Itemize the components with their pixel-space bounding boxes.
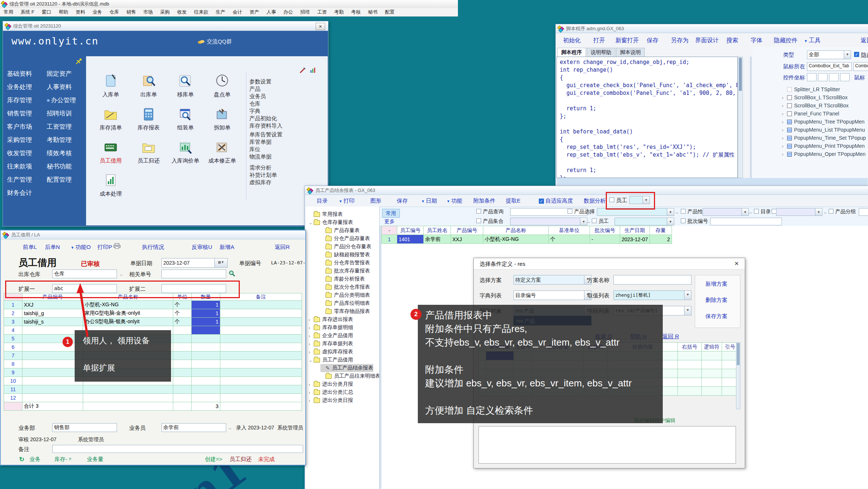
table-row[interactable]: 1XXJ小型机-XG-NG个1 (4, 301, 302, 309)
cell[interactable] (173, 351, 192, 360)
portal-link-单库告警设置[interactable]: 单库告警设置 (249, 131, 282, 138)
report-tree-item-进出分类日报[interactable]: ›进出分类日报 (309, 396, 353, 404)
cell[interactable] (220, 343, 302, 351)
dialog-titlebar[interactable]: 选择条件定义 - res ✕ (474, 258, 745, 270)
report-toolbar-数据分析[interactable]: 数据分析 (584, 197, 606, 204)
新增方案-button[interactable]: 新增方案 (705, 281, 728, 288)
report-tree-item-分仓产品存量表[interactable]: 分仓产品存量表 (320, 235, 370, 243)
chevron-down-icon[interactable]: ▼ (667, 218, 674, 225)
grid-column-8[interactable]: 存量 (650, 226, 672, 235)
cell[interactable] (220, 394, 302, 402)
hide-checkbox[interactable]: ✓ (854, 52, 859, 57)
menu-item-8[interactable]: 市场 (140, 9, 157, 15)
report-tree-item-产品分类明细表[interactable]: 产品分类明细表 (320, 291, 370, 299)
menu-item-18[interactable]: 工资 (314, 9, 331, 15)
related-field[interactable] (161, 270, 226, 278)
panel-divider[interactable] (750, 57, 752, 178)
grid-cell[interactable]: 余学前 (424, 235, 451, 244)
expand-icon[interactable]: › (782, 143, 787, 149)
report-tree-item-虚拟库存报表[interactable]: ›虚拟库存报表 (309, 348, 353, 356)
menu-item-22[interactable]: 配置 (381, 9, 398, 15)
cell[interactable] (173, 335, 192, 343)
目录-field[interactable]: ▼ (776, 208, 822, 216)
report-tree-item-产品|分仓存量表[interactable]: 产品|分仓存量表 (320, 243, 371, 251)
control-tree-item-8[interactable]: ›PopupMenu_Oper TPopupMen (782, 150, 865, 158)
control-tree-item-5[interactable]: ›PopupMenu_List TPopupMenu (782, 126, 865, 134)
grid-cell[interactable]: 1 (382, 235, 397, 244)
portal-link-库管单据[interactable]: 库管单据 (249, 139, 271, 146)
grid-cell[interactable]: 2023-12-07 (620, 235, 650, 244)
cell[interactable] (173, 385, 192, 394)
cell[interactable] (83, 385, 173, 394)
control-tree-item-3[interactable]: ›Panel_Func TPanel (782, 110, 839, 118)
cell[interactable] (22, 394, 83, 402)
chevron-down-icon[interactable]: ▼ (667, 208, 674, 215)
script-titlebar[interactable]: 脚本程序 adm.grid.GX_063 (556, 24, 868, 33)
cell[interactable]: 12 (4, 394, 22, 402)
cell[interactable] (22, 385, 83, 394)
report-toolbar-自适应高度[interactable]: ✓自适应高度 (539, 197, 573, 204)
grid-column-4[interactable]: 产品名称 (483, 226, 549, 235)
cell[interactable]: 7 (4, 351, 22, 360)
report-titlebar[interactable]: 员工产品结余报表 - GX_063 (305, 186, 868, 195)
产品性质-field[interactable]: ▼ (702, 208, 749, 216)
menu-item-14[interactable]: 资产 (246, 9, 263, 15)
cell[interactable] (220, 326, 302, 335)
cell[interactable]: 1 (4, 301, 22, 309)
grid-cell[interactable]: 2 (650, 235, 672, 244)
table-row[interactable]: 11 (4, 385, 302, 394)
批次编号-checkbox[interactable] (681, 218, 686, 223)
menu-item-3[interactable]: 帮助 (55, 9, 72, 15)
checked-checkbox[interactable]: ✓ (539, 199, 544, 204)
grid-data-row[interactable]: 11401余学前XXJ小型机-XG-NG个-2023-12-072 (382, 235, 672, 244)
员工-checkbox[interactable] (592, 218, 597, 223)
coord-field-3[interactable] (829, 73, 839, 81)
portal-link-库位[interactable]: 库位 (249, 146, 260, 153)
chevron-down-icon[interactable]: ▼ (684, 291, 691, 300)
cell[interactable] (220, 385, 302, 394)
cell[interactable]: 5 (4, 335, 22, 343)
expand-icon[interactable]: › (782, 111, 787, 117)
condition-column-7[interactable]: 逻辑符 (702, 343, 722, 351)
plan-name-field[interactable] (613, 275, 691, 285)
cell[interactable]: 3 (4, 318, 22, 326)
cell[interactable]: 1 (192, 318, 220, 326)
expand-icon[interactable]: › (309, 317, 314, 322)
cell[interactable] (22, 377, 83, 385)
cell[interactable] (220, 335, 302, 343)
grid-column-7[interactable]: 生产日期 (620, 226, 650, 235)
员工-field[interactable]: ▼ (615, 218, 674, 225)
cell[interactable] (22, 343, 83, 351)
create-target[interactable]: 员工归还 (230, 456, 252, 463)
borrow-toolbar-返回R[interactable]: 返回R (275, 244, 290, 251)
menu-item-13[interactable]: 会计 (229, 9, 246, 15)
report-tree-item-库存单据明细[interactable]: ›库存单据明细 (309, 324, 353, 332)
cell[interactable] (220, 351, 302, 360)
expand-icon[interactable]: › (782, 103, 787, 108)
condition-grid-scrollbar[interactable] (736, 342, 740, 409)
dots-button[interactable]: .. (587, 218, 590, 224)
产品分组-checkbox[interactable] (829, 209, 833, 214)
date-field[interactable]: 2023-12-07 ▦▼ (161, 258, 228, 268)
report-tree-item-员工产品往来明细表[interactable]: 员工产品往来明细表 (320, 372, 380, 380)
borrow-toolbar-反审核U[interactable]: 反审核U (192, 244, 212, 251)
menu-item-5[interactable]: 业务 (89, 9, 106, 15)
expand-icon[interactable]: ⌄ (309, 220, 314, 225)
grid-column-1[interactable]: 员工编号 (397, 226, 424, 235)
report-tree-item-库存单据列表[interactable]: ›库存单据列表 (309, 340, 353, 348)
portal-titlebar[interactable]: 综合管理 oit 20231120 (3, 21, 328, 31)
cell[interactable] (220, 301, 302, 309)
cell[interactable] (173, 360, 192, 368)
report-tree-item-进出分类汇总[interactable]: ›进出分类汇总 (309, 388, 353, 396)
cell[interactable] (173, 377, 192, 385)
menu-item-21[interactable]: 秘书 (364, 9, 381, 15)
expand-icon[interactable]: › (309, 349, 314, 355)
menu-item-2[interactable]: 窗口 (38, 9, 55, 15)
search-icon[interactable] (229, 270, 235, 277)
cell[interactable] (192, 326, 220, 335)
script-toolbar-界面设计[interactable]: 界面设计 (695, 37, 719, 44)
portal-link-参数设置[interactable]: 参数设置 (249, 78, 271, 85)
cell[interactable]: 11 (4, 385, 22, 394)
menu-item-16[interactable]: 办公 (280, 9, 297, 15)
report-toolbar-功能[interactable]: ▼功能 (447, 197, 462, 204)
